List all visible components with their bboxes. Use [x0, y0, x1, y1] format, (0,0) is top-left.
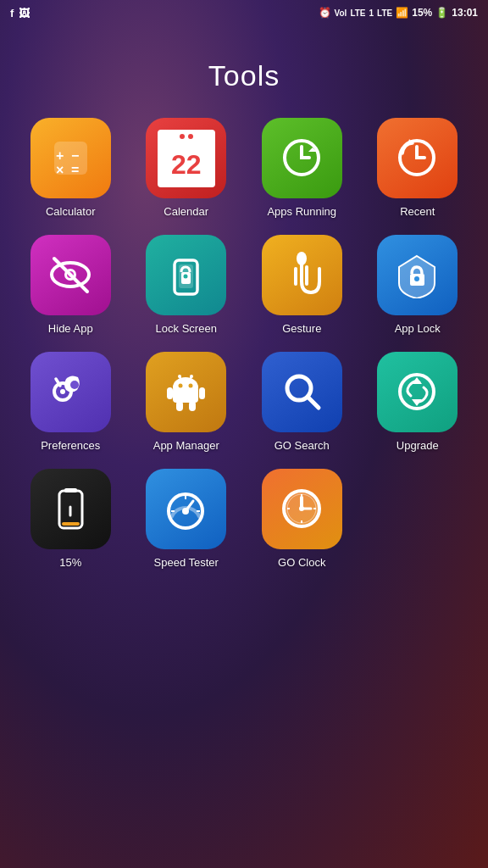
status-left-icons: f 🖼 [10, 7, 30, 19]
app-manager-icon [146, 352, 226, 432]
svg-text:=: = [71, 163, 79, 177]
gesture-label: Gesture [282, 322, 321, 335]
go-clock-label: GO Clock [278, 556, 325, 569]
gesture-icon [262, 235, 342, 315]
status-bar: f 🖼 ⏰ Vol LTE 1 LTE 📶 15% 🔋 13:01 [0, 0, 488, 25]
go-search-icon [262, 352, 342, 432]
svg-point-25 [179, 384, 183, 388]
svg-point-16 [297, 252, 307, 265]
app-lock-icon [377, 235, 458, 315]
time-display: 13:01 [452, 7, 478, 19]
app-item-app-lock[interactable]: App Lock [364, 235, 472, 335]
svg-rect-34 [189, 401, 196, 411]
preferences-icon [30, 352, 111, 432]
app-grid: + − × = Calculator 22 Calendar [0, 118, 488, 569]
page-title: Tools [0, 59, 488, 92]
svg-rect-31 [167, 387, 173, 399]
app-item-calculator[interactable]: + − × = Calculator [17, 118, 125, 218]
apps-running-label: Apps Running [267, 205, 336, 218]
app-item-speed-tester[interactable]: Speed Tester [133, 469, 241, 569]
speed-tester-icon [146, 469, 226, 549]
app-lock-label: App Lock [395, 322, 441, 335]
svg-point-46 [182, 508, 189, 515]
app-item-app-manager[interactable]: App Manager [133, 352, 241, 452]
status-right-info: ⏰ Vol LTE 1 LTE 📶 15% 🔋 13:01 [319, 7, 478, 19]
preferences-label: Preferences [41, 439, 100, 452]
svg-point-22 [70, 381, 79, 389]
svg-point-15 [184, 275, 188, 279]
svg-rect-24 [173, 387, 198, 403]
calculator-label: Calculator [46, 205, 96, 218]
recent-icon [377, 118, 458, 198]
speed-tester-label: Speed Tester [154, 556, 219, 569]
alarm-icon: ⏰ [319, 7, 331, 19]
app-manager-label: App Manager [153, 439, 219, 452]
app-item-lock-screen[interactable]: Lock Screen [133, 235, 241, 335]
svg-text:×: × [56, 163, 64, 177]
svg-rect-33 [176, 401, 183, 411]
recent-label: Recent [400, 205, 435, 218]
svg-point-54 [299, 506, 304, 511]
sim-indicator: 1 [369, 8, 374, 18]
lock-screen-icon [146, 235, 226, 315]
calendar-icon: 22 [146, 118, 226, 198]
app-item-upgrade[interactable]: Upgrade [364, 352, 472, 452]
lock-screen-label: Lock Screen [156, 322, 217, 335]
svg-point-30 [190, 375, 193, 378]
hide-app-icon [30, 235, 111, 315]
app-item-go-search[interactable]: GO Search [248, 352, 356, 452]
svg-line-36 [308, 397, 319, 408]
battery-label: 15% [59, 556, 81, 569]
svg-marker-38 [412, 377, 422, 384]
svg-point-20 [60, 389, 65, 394]
svg-text:−: − [71, 148, 79, 163]
go-search-label: GO Search [274, 439, 330, 452]
app-item-battery[interactable]: 15% [17, 469, 125, 569]
go-clock-icon [262, 469, 342, 549]
app-item-gesture[interactable]: Gesture [248, 235, 356, 335]
battery-status: 15% [412, 7, 432, 19]
calendar-label: Calendar [164, 205, 208, 218]
svg-point-26 [189, 384, 193, 388]
upgrade-icon [377, 352, 458, 432]
svg-rect-32 [199, 387, 205, 399]
facebook-icon: f [10, 7, 14, 19]
svg-point-18 [414, 276, 419, 281]
svg-rect-42 [62, 522, 80, 526]
hide-app-label: Hide App [48, 322, 93, 335]
app-item-go-clock[interactable]: GO Clock [248, 469, 356, 569]
app-item-apps-running[interactable]: Apps Running [248, 118, 356, 218]
calculator-icon: + − × = [30, 118, 111, 198]
signal-icon: 📶 [396, 7, 408, 19]
svg-point-29 [178, 375, 181, 378]
svg-rect-41 [64, 488, 77, 492]
vol-indicator: Vol [335, 8, 347, 18]
svg-text:+: + [56, 148, 64, 163]
app-item-preferences[interactable]: Preferences [17, 352, 125, 452]
lte-indicator: LTE [350, 8, 365, 18]
battery-icon: 🔋 [435, 7, 448, 19]
upgrade-label: Upgrade [396, 439, 439, 452]
apps-running-icon [262, 118, 342, 198]
app-item-recent[interactable]: Recent [364, 118, 472, 218]
battery-icon [30, 469, 111, 549]
lte2-indicator: LTE [377, 8, 392, 18]
image-icon: 🖼 [19, 7, 30, 19]
app-item-hide-app[interactable]: Hide App [17, 235, 125, 335]
app-item-calendar[interactable]: 22 Calendar [133, 118, 241, 218]
